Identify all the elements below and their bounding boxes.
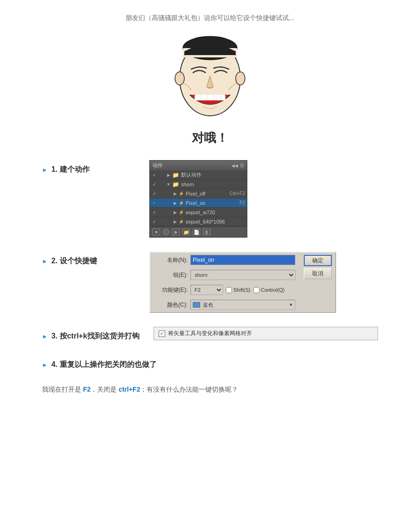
ps-check-5: ✓ (152, 210, 157, 215)
ps-dialog-shift-label: Shift(S) (226, 287, 251, 293)
ps-default-action-label: 默认动作 (181, 171, 245, 178)
align-checkbox-checked: ✓ (159, 330, 165, 337)
ps-new-set-button[interactable]: 📁 (182, 229, 190, 235)
ps-delete-button[interactable]: 🗑 (203, 229, 210, 235)
ps-new-action-button[interactable]: 📄 (193, 229, 200, 235)
ps-folder-icon-1: 📁 (172, 172, 179, 178)
bottom-f2-highlight: F2 (83, 386, 91, 393)
ps-dialog-name-input[interactable] (190, 255, 295, 265)
ps-check-4: ✓ (152, 200, 157, 206)
ps-stop-button[interactable]: ■ (153, 229, 160, 235)
ps-dialog-ok-button[interactable]: 确定 (304, 255, 332, 266)
ps-action-icon-3: ⚡ (179, 210, 184, 215)
ps-panel-toolbar: ■ ▶ 📁 📄 🗑 (150, 226, 247, 237)
ps-check-6: ✓ (152, 219, 157, 225)
ps-action-icon-2: ⚡ (179, 201, 184, 205)
ps-pixel-off-row: ✓ ▶ ⚡ Pixel_off Ctrl+F2 (150, 189, 247, 198)
ps-pixel-off-shortcut: Ctrl+F2 (230, 191, 245, 196)
duino-heading: 对哦！ (42, 130, 378, 146)
ps-dialog-func-row: 功能键(E): F2 Shift(S) (150, 282, 300, 297)
ps-dialog-name-label: 名称(N): (155, 256, 188, 264)
section-1-arrow-icon: ► (42, 167, 48, 173)
section-3-arrow-icon: ► (42, 333, 48, 340)
ps-toggle-4: ▼ (165, 182, 172, 187)
section-3-content: ✓ 将矢量工具与变化和像素网格对齐 (154, 327, 378, 340)
ps-dialog-control-checkbox[interactable] (253, 287, 259, 293)
ps-toggle-8: ▶ (172, 201, 178, 205)
align-checkbox-label: 将矢量工具与变化和像素网格对齐 (168, 330, 252, 337)
ps-action-icon-1: ⚡ (179, 191, 184, 196)
ps-check-3: ✓ (152, 191, 157, 197)
ps-action-icon-4: ⚡ (179, 219, 184, 224)
ps-dialog-func-controls: F2 Shift(S) Control(Q) (190, 285, 285, 295)
ps-dialog-color-row: 颜色(C): 蓝色 ▼ (150, 297, 300, 312)
ps-toggle-12: ▶ (172, 219, 178, 224)
section-4-arrow-icon: ► (42, 362, 48, 368)
section-1: ► 1. 建个动作 动作 ◀◀ ☰ ✓ ▶ 📁 默认 (42, 160, 378, 238)
ps-dialog-group-row: 组(E): shorn (150, 267, 300, 282)
ps-dialog-outer: 名称(N): 组(E): shorn 功能键(E): (150, 253, 336, 312)
ps-pixel-on-label: Pixel_on (186, 200, 238, 206)
ps-pixel-on-row: ✓ ▶ ⚡ Pixel_on F2 (150, 198, 247, 208)
ps-dialog-form: 名称(N): 组(E): shorn 功能键(E): (150, 253, 300, 312)
ps-dialog-control-text: Control(Q) (261, 287, 285, 293)
ps-default-action-row: ✓ ▶ 📁 默认动作 (150, 170, 247, 180)
section-4-title: 4. 重复以上操作把关闭的也做了 (51, 360, 157, 370)
ps-dialog-func-label: 功能键(E): (155, 286, 188, 294)
ps-check-2: ✓ (152, 182, 157, 187)
ps-menu-icon[interactable]: ☰ (240, 163, 244, 168)
align-checkbox-area: ✓ 将矢量工具与变化和像素网格对齐 (154, 327, 378, 340)
ps-shorn-label: shorn (181, 182, 245, 187)
ps-pixel-on-shortcut: F2 (239, 200, 245, 205)
ps-shorn-row: ✓ ▼ 📁 shorn (150, 180, 247, 189)
section-4: ► 4. 重复以上操作把关闭的也做了 (42, 355, 378, 370)
ps-export-w720-label: export_w720 (186, 210, 245, 215)
section-1-content: 动作 ◀◀ ☰ ✓ ▶ 📁 默认动作 ✓ (149, 160, 378, 238)
ps-dialog: 名称(N): 组(E): shorn 功能键(E): (149, 252, 336, 313)
ps-color-name: 蓝色 (203, 302, 213, 309)
top-description: 朋友们（高骚骚跟大礼包）说你可以给它设个快捷键试试... (42, 14, 378, 22)
ps-dialog-color-label: 颜色(C): (155, 301, 188, 309)
ps-dialog-shift-text: Shift(S) (233, 287, 251, 293)
ps-export-640-row: ✓ ▶ ⚡ export_640*1096 (150, 217, 247, 226)
svg-point-4 (236, 72, 245, 85)
ps-dialog-group-label: 组(E): (155, 271, 188, 279)
ps-dialog-f2-select[interactable]: F2 (190, 285, 223, 295)
section-2-arrow-icon: ► (42, 258, 48, 265)
ps-panel-title: 动作 (153, 162, 163, 169)
ps-pixel-off-label: Pixel_off (186, 191, 228, 197)
ps-dialog-button-panel: 确定 取消 (300, 253, 336, 281)
ps-dialog-control-label: Control(Q) (253, 287, 285, 293)
ps-check-1: ✓ (152, 172, 157, 178)
bottom-text-part2: ，关闭是 (91, 386, 119, 393)
ps-collapse-icon[interactable]: ◀◀ (231, 163, 238, 168)
ps-dialog-shift-checkbox[interactable] (226, 287, 232, 293)
bottom-text-part3: ；有没有什么办法能一键切换呢？ (140, 386, 238, 393)
ps-dialog-group-select[interactable]: shorn (190, 270, 295, 280)
ps-title-buttons: ◀◀ ☰ (231, 163, 244, 168)
bottom-ctrlf2-highlight: ctrl+F2 (119, 386, 140, 393)
meme-face-image (170, 32, 250, 120)
meme-image-container (42, 32, 378, 120)
bottom-description: 我现在打开是 F2，关闭是 ctrl+F2；有没有什么办法能一键切换呢？ (42, 384, 378, 395)
ps-dialog-name-row: 名称(N): (150, 253, 300, 267)
ps-record-button[interactable] (163, 229, 169, 235)
section-2-content: 名称(N): 组(E): shorn 功能键(E): (149, 252, 378, 313)
section-2: ► 2. 设个快捷键 名称(N): 组(E): (42, 252, 378, 313)
section-3: ► 3. 按ctrl+k找到这货并打钩 ✓ 将矢量工具与变化和像素网格对齐 (42, 327, 378, 341)
ps-toggle-2: ▶ (165, 173, 172, 177)
ps-toggle-6: ▶ (172, 191, 178, 196)
ps-dialog-cancel-button[interactable]: 取消 (304, 268, 332, 279)
ps-color-swatch-blue (193, 302, 200, 308)
section-2-title: 2. 设个快捷键 (51, 256, 97, 266)
ps-play-button[interactable]: ▶ (172, 229, 180, 235)
ps-dialog-color-select[interactable]: 蓝色 ▼ (190, 300, 295, 310)
ps-color-dropdown-icon: ▼ (289, 302, 293, 307)
section-3-title: 3. 按ctrl+k找到这货并打钩 (51, 331, 140, 341)
svg-point-3 (175, 72, 184, 85)
ps-actions-panel: 动作 ◀◀ ☰ ✓ ▶ 📁 默认动作 ✓ (149, 160, 247, 238)
ps-folder-icon-2: 📁 (172, 181, 179, 188)
ps-toggle-10: ▶ (172, 210, 178, 215)
ps-export-w720-row: ✓ ▶ ⚡ export_w720 (150, 208, 247, 217)
ps-panel-titlebar: 动作 ◀◀ ☰ (150, 161, 247, 170)
